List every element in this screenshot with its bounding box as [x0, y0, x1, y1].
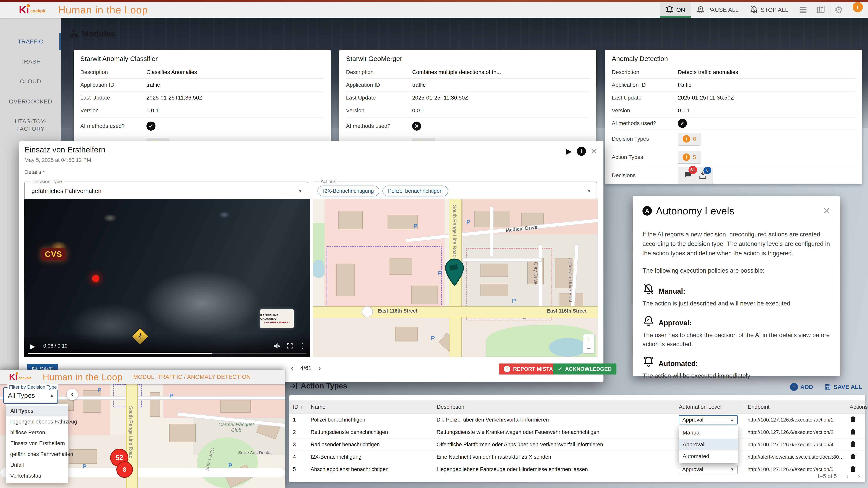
action-types-badge-button[interactable]: i5 [678, 151, 701, 163]
video-play-button[interactable]: ▶ [30, 342, 35, 350]
column-description[interactable]: Description [433, 403, 675, 411]
action-chip-i2x[interactable]: I2X-Benachrichtigung [317, 186, 379, 196]
sidebar-item-overcooked[interactable]: OVERCOOKED [0, 92, 61, 111]
stop-all-button[interactable]: STOP ALL [744, 2, 794, 18]
map-road-minor [490, 207, 493, 257]
next-page-button[interactable]: › [858, 472, 860, 480]
sidebar-item-trash[interactable]: TRASH [0, 52, 61, 72]
sidebar-collapse-button[interactable]: ‹ [66, 389, 78, 400]
list-view-button[interactable] [794, 2, 812, 18]
level-automated: Automated: The action will be executed i… [643, 356, 830, 381]
decision-types-count: 6 [693, 135, 696, 142]
prev-page-button[interactable]: ‹ [846, 472, 848, 480]
automation-level-select[interactable]: Approval▲ [679, 415, 738, 424]
level-option-approval[interactable]: Approval [679, 438, 738, 450]
row-value: 2025-01-25T11:36:50Z [678, 95, 734, 101]
incident-map[interactable]: South Range Line Road Medical Drive East… [313, 199, 598, 357]
cell-description: Rettungsdienste wie Krankenwagen oder Fe… [433, 429, 675, 435]
decisions-button[interactable]: 61 6 [678, 167, 713, 184]
row-label: Application ID [346, 82, 412, 88]
filter-option-unfall[interactable]: Unfall [6, 460, 68, 470]
save-all-button[interactable]: SAVE ALL [824, 383, 862, 390]
filter-option-liegengebliebenes-fahrzeug[interactable]: liegengebliebenes Fahrzeug [6, 416, 68, 427]
level-option-manual[interactable]: Manual [679, 427, 738, 438]
decision-type-select[interactable]: Decision Type gefährliches Fahrverhalten… [24, 182, 308, 200]
column-id[interactable]: ID↑ [289, 403, 307, 411]
actions-label: Actions [319, 179, 338, 184]
kebab-menu-icon[interactable]: ⋮ [299, 342, 306, 350]
row-value: Combines multiple detections of th... [412, 69, 501, 75]
video-progress-bar[interactable] [28, 353, 306, 354]
modal-close-button[interactable]: ✕ [589, 146, 599, 156]
street-label: South Range Line Road [452, 205, 458, 258]
decision-title: Einsatz von Ersthelfern [24, 145, 105, 154]
close-icon[interactable]: ✕ [823, 205, 830, 216]
sidebar-item-traffic[interactable]: TRAFFIC [0, 31, 61, 52]
muted-speaker-icon[interactable] [273, 342, 280, 349]
user-info-avatar[interactable]: i [852, 2, 863, 12]
actions-multiselect[interactable]: Actions I2X-Benachrichtigung Polizei ben… [313, 182, 597, 200]
module-row-version: Version0.0.1 [80, 104, 324, 117]
cell-id: 3 [289, 442, 307, 448]
column-automation-level[interactable]: Automation Level [675, 403, 744, 411]
column-name[interactable]: Name [307, 403, 433, 411]
pause-all-button[interactable]: z PAUSE ALL [691, 2, 744, 18]
module-row-description: DescriptionClassifies Anomalies [80, 66, 324, 79]
chevron-down-icon: ▼ [587, 188, 591, 194]
prev-decision-button[interactable]: ‹ [291, 365, 294, 371]
delete-row-button[interactable] [846, 441, 865, 449]
overview-map[interactable]: South Range Line Road Carmel Racquet Clu… [0, 384, 285, 488]
check-circle-icon: ✓ [678, 119, 687, 128]
sidebar-item-utas-toy-factory[interactable]: UTAS-TOY-FACTORY [0, 111, 61, 139]
zoom-out-button[interactable]: − [583, 344, 594, 353]
incident-video-player[interactable]: CVS RANGELINE CROSSING THE FRESH MARKET … [24, 199, 310, 357]
module-card-title: Starwit Anomaly Classifier [80, 50, 324, 66]
decision-detail-modal: Einsatz von Ersthelfern May 5, 2025 at 0… [19, 141, 603, 382]
parking-icon: P [97, 387, 101, 393]
action-chip-polizei[interactable]: Polizei benachrichtigen [382, 186, 448, 196]
incident-location-marker[interactable] [443, 258, 466, 288]
autonomy-intro2: The following execution policies are pos… [643, 266, 830, 275]
level-name: Approval: [658, 319, 692, 327]
cell-description: Die Polizei über den Verkehrsvorfall inf… [433, 417, 675, 423]
cell-endpoint: http://100.127.126.6/executor/action/2 [744, 429, 846, 435]
cell-name: I2X-Benachrichtigung [307, 454, 433, 460]
next-decision-button[interactable]: › [318, 365, 321, 371]
filter-option-verkehrsstau[interactable]: Verkehrsstau [6, 470, 68, 481]
cell-endpoint: http://100.127.126.6/executor/action/5 [744, 466, 846, 473]
add-button[interactable]: +ADD [790, 383, 813, 391]
map-view-button[interactable] [812, 2, 830, 18]
decision-types-badge-button[interactable]: i6 [678, 133, 701, 145]
delete-row-button[interactable] [846, 428, 865, 436]
fullscreen-icon[interactable] [286, 342, 293, 349]
delete-row-button[interactable] [846, 416, 865, 424]
autoplay-button[interactable]: ▶ [564, 146, 574, 156]
info-button[interactable]: i [576, 146, 587, 156]
acknowledged-button[interactable]: ✓ ACKNOWLEDGED [553, 363, 616, 375]
row-label: Action Types [612, 154, 678, 160]
automation-level-select[interactable]: Approval▼ [679, 464, 738, 474]
sidebar-item-cloud[interactable]: CLOUD [0, 71, 61, 92]
filter-option-einsatz-von-ersthelfern[interactable]: Einsatz von Ersthelfern [6, 438, 68, 449]
zoom-in-button[interactable]: + [583, 334, 594, 344]
cell-description: Öffentliche Plattformen oder Apps über d… [433, 442, 675, 448]
add-label: ADD [800, 384, 813, 390]
filter-option-hilflose-person[interactable]: hilflose Person [6, 427, 68, 438]
alarm-toggle-button[interactable]: ON [660, 2, 691, 18]
filter-option-all-types[interactable]: All Types [6, 405, 68, 416]
filter-option-gefaehrliches-fahrverhalten[interactable]: gefährliches Fahrverhalten [6, 449, 68, 460]
settings-button[interactable]: ⚙ [830, 2, 847, 18]
parking-icon: P [83, 463, 87, 470]
map-zoom-controls[interactable]: +− [583, 334, 595, 354]
parking-icon: P [512, 297, 516, 304]
level-option-automated[interactable]: Automated [679, 450, 738, 462]
bell-off-icon [643, 283, 655, 295]
decision-type-filter-select[interactable]: Filter by Decision Type All Types ▲ [3, 387, 58, 403]
column-endpoint[interactable]: Endpoint [744, 403, 846, 411]
cluster-marker-8[interactable]: 8 [116, 461, 133, 478]
sidebar-label: CLOUD [20, 78, 41, 85]
bell-snooze-icon: z [696, 5, 705, 14]
street-label: Jefferson Drive East [567, 258, 573, 302]
delete-row-button[interactable] [846, 453, 865, 461]
module-row-application-id: Application IDtraffic [346, 79, 590, 92]
